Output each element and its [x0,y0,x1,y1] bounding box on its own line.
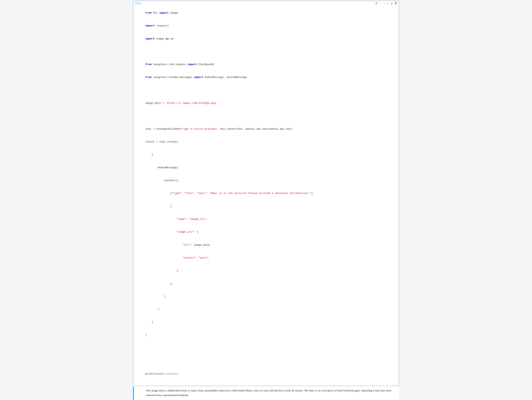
move-up-icon[interactable]: ↑ [380,2,381,5]
keyword: import [194,76,203,79]
output-cell-13: This image shows a handwritten letter to… [133,387,399,400]
keyword: from [145,63,152,66]
keyword: from [145,12,152,14]
keyword: from [145,76,152,79]
notebook-container: [13]: from PIL import Image import reque… [133,1,399,400]
move-down-icon[interactable]: ↓ [383,2,385,5]
code-content-13[interactable]: from PIL import Image import requests im… [144,1,374,386]
output-left-bar [133,387,143,400]
keyword: import [159,12,169,14]
code-block-13: from PIL import Image import requests im… [145,2,372,385]
keyword: import [188,63,197,66]
keyword: as [165,37,169,40]
copy-icon[interactable]: ⧉ [375,2,378,5]
code-cell-13: [13]: from PIL import Image import reque… [133,1,399,386]
format-icon[interactable]: ⊟ [391,2,392,5]
cell-toolbar-13: ⧉ ↑ ↓ ⬇ ⊟ 🗑 [374,1,399,386]
cell-number-13: [13]: [133,1,144,386]
delete-icon[interactable]: 🗑 [394,2,397,5]
output-content-13: This image shows a handwritten letter to… [143,387,399,400]
save-icon[interactable]: ⬇ [387,2,389,5]
keyword: import [145,24,155,27]
output-paragraph-1: This image shows a handwritten letter to… [146,388,397,398]
keyword: import [145,37,155,40]
